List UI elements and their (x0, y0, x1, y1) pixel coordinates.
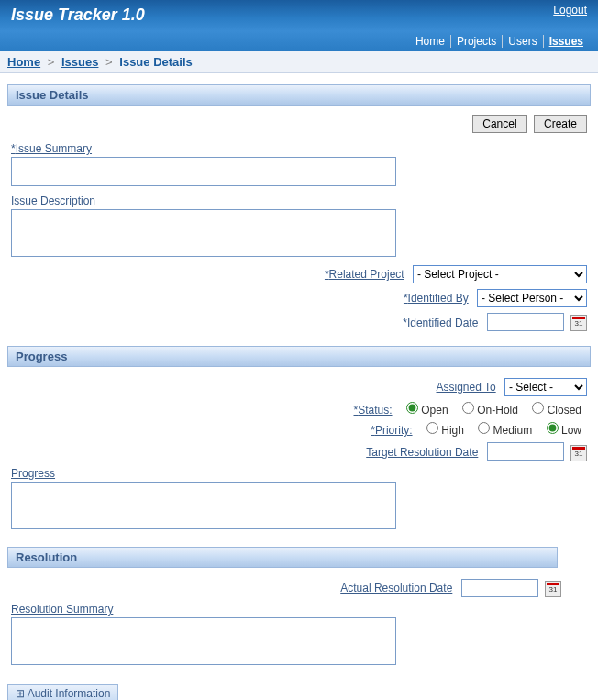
breadcrumb-home[interactable]: Home (7, 55, 40, 69)
nav-issues[interactable]: Issues (544, 35, 589, 48)
status-open-radio[interactable] (406, 402, 418, 414)
nav-home[interactable]: Home (410, 35, 451, 48)
priority-high-label[interactable]: High (426, 424, 464, 437)
label-identified-by: Identified By (404, 292, 469, 305)
section-progress: Progress (7, 346, 591, 367)
section-resolution: Resolution (7, 547, 558, 568)
priority-low-label[interactable]: Low (547, 424, 581, 437)
audit-information-expander[interactable]: Audit Information (7, 684, 118, 700)
issue-summary-input[interactable] (11, 157, 396, 186)
progress-input[interactable] (11, 482, 396, 529)
priority-high-radio[interactable] (426, 422, 438, 434)
calendar-icon[interactable] (570, 315, 587, 331)
label-issue-summary: Issue Summary (11, 142, 587, 155)
issue-description-input[interactable] (11, 209, 396, 257)
calendar-icon[interactable] (570, 445, 587, 461)
actual-date-input[interactable] (461, 579, 538, 597)
nav-users[interactable]: Users (503, 35, 543, 48)
status-closed-label[interactable]: Closed (532, 404, 581, 417)
breadcrumb: Home > Issues > Issue Details (0, 51, 598, 73)
label-assigned-to: Assigned To (437, 381, 496, 394)
status-onhold-radio[interactable] (462, 402, 474, 414)
label-identified-date: Identified Date (403, 317, 478, 329)
label-progress: Progress (11, 467, 587, 480)
breadcrumb-current: Issue Details (119, 55, 193, 69)
app-title: Issue Tracker 1.0 (0, 0, 598, 30)
label-priority: Priority: (371, 424, 412, 437)
breadcrumb-sep: > (105, 55, 113, 69)
priority-medium-label[interactable]: Medium (478, 424, 532, 437)
related-project-select[interactable]: - Select Project - (413, 265, 587, 283)
status-closed-radio[interactable] (532, 402, 544, 414)
priority-low-radio[interactable] (547, 422, 559, 434)
nav-projects[interactable]: Projects (451, 35, 503, 48)
target-date-input[interactable] (487, 442, 564, 461)
label-actual-date: Actual Resolution Date (340, 582, 452, 594)
identified-by-select[interactable]: - Select Person - (477, 289, 587, 307)
identified-date-input[interactable] (487, 313, 564, 331)
breadcrumb-issues[interactable]: Issues (61, 55, 98, 69)
label-issue-description: Issue Description (11, 194, 587, 207)
app-header: Issue Tracker 1.0 Logout HomeProjectsUse… (0, 0, 598, 51)
label-status: Status: (354, 404, 393, 417)
logout-link[interactable]: Logout (553, 4, 587, 17)
label-related-project: Related Project (325, 268, 404, 281)
section-issue-details: Issue Details (7, 84, 591, 106)
resolution-summary-input[interactable] (11, 617, 396, 665)
priority-medium-radio[interactable] (478, 422, 490, 434)
assigned-to-select[interactable]: - Select - (504, 378, 587, 396)
calendar-icon[interactable] (545, 581, 561, 597)
breadcrumb-sep: > (48, 55, 55, 69)
create-button[interactable]: Create (534, 115, 587, 133)
status-onhold-label[interactable]: On-Hold (462, 404, 518, 417)
cancel-button[interactable]: Cancel (472, 115, 526, 133)
label-resolution-summary: Resolution Summary (11, 603, 587, 616)
label-target-date: Target Resolution Date (366, 446, 478, 459)
status-open-label[interactable]: Open (406, 404, 448, 417)
top-nav: HomeProjectsUsersIssues (410, 35, 589, 48)
